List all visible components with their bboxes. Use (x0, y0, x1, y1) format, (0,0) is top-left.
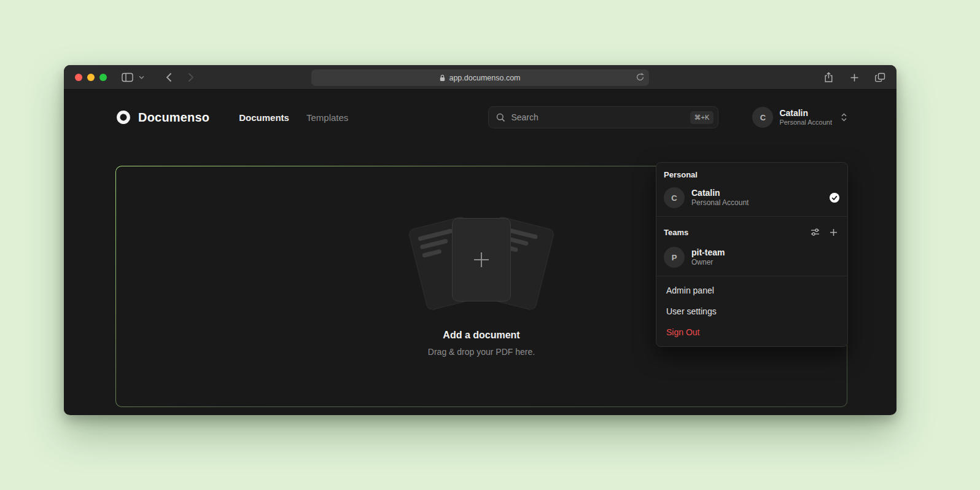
app-header: Documenso Documents Templates Search ⌘+K (64, 90, 896, 145)
plus-icon (830, 228, 838, 236)
tab-overview-button[interactable] (873, 71, 887, 84)
account-type: Personal Account (779, 119, 832, 126)
share-icon (824, 72, 833, 83)
avatar-initial: C (760, 113, 766, 122)
zoom-window-button[interactable] (99, 74, 107, 81)
back-button[interactable] (162, 71, 176, 84)
close-window-button[interactable] (75, 74, 82, 81)
browser-window: app.documenso.com (64, 65, 896, 415)
avatar: C (752, 107, 773, 128)
team-name: pit-team (691, 247, 725, 259)
forward-button[interactable] (184, 71, 198, 84)
documents-illustration (411, 217, 552, 310)
sidebar-menu-chevron[interactable] (138, 71, 145, 84)
personal-account-texts: Catalin Personal Account (691, 188, 749, 208)
search-shortcut-badge: ⌘+K (690, 111, 714, 124)
team-account-texts: pit-team Owner (691, 247, 725, 268)
browser-toolbar: app.documenso.com (64, 65, 896, 90)
personal-account-name: Catalin (691, 188, 749, 199)
nav-item-templates[interactable]: Templates (306, 112, 348, 123)
account-menu-trigger[interactable]: C Catalin Personal Account (752, 107, 847, 128)
reload-icon (636, 72, 645, 82)
back-icon (166, 72, 172, 82)
toolbar-left-controls (120, 71, 198, 84)
brand-logo[interactable]: Documenso (115, 109, 209, 125)
illustration-card-center (452, 218, 511, 301)
sidebar-icon (122, 72, 133, 82)
personal-account-type: Personal Account (691, 198, 749, 208)
traffic-lights (75, 74, 107, 81)
toolbar-right-controls (822, 65, 887, 90)
manage-teams-button[interactable] (808, 225, 822, 239)
nav-item-documents[interactable]: Documents (239, 112, 289, 123)
sidebar-toggle-button[interactable] (120, 71, 134, 84)
avatar-initial: P (672, 253, 677, 262)
menu-item-personal-account[interactable]: C Catalin Personal Account (656, 183, 847, 212)
forward-icon (188, 72, 194, 82)
avatar: P (664, 247, 685, 268)
personal-section-label: Personal (656, 165, 847, 183)
tabs-icon (875, 72, 885, 82)
documenso-app: Documenso Documents Templates Search ⌘+K (64, 90, 896, 414)
account-name: Catalin (779, 108, 832, 119)
main-nav: Documents Templates (239, 112, 348, 123)
brand-name: Documenso (138, 111, 209, 125)
avatar-initial: C (671, 193, 677, 203)
menu-divider (656, 216, 847, 217)
check-icon (829, 192, 840, 203)
account-menu: Personal C Catalin Personal Account (656, 162, 848, 347)
new-tab-button[interactable] (847, 71, 861, 84)
reload-button[interactable] (636, 72, 645, 84)
desktop-background: app.documenso.com (0, 0, 980, 490)
team-role: Owner (691, 258, 725, 267)
teams-section-label: Teams (664, 228, 803, 237)
menu-divider (656, 276, 847, 276)
card-line (422, 249, 442, 258)
documenso-logo-icon (115, 109, 131, 125)
teams-section-header: Teams (656, 220, 847, 243)
menu-item-team-account[interactable]: P pit-team Owner (656, 243, 847, 272)
dropzone-subtitle: Drag & drop your PDF here. (428, 347, 535, 357)
plus-icon (471, 249, 492, 270)
create-team-button[interactable] (826, 225, 840, 239)
search-icon (496, 113, 505, 122)
url-text: app.documenso.com (449, 74, 520, 82)
share-button[interactable] (822, 71, 835, 84)
search-input[interactable]: Search ⌘+K (488, 106, 718, 128)
menu-item-user-settings[interactable]: User settings (656, 301, 847, 322)
minimize-window-button[interactable] (87, 74, 95, 81)
lock-icon (440, 74, 445, 82)
dropzone-title: Add a document (443, 330, 519, 341)
card-line (418, 228, 453, 241)
sliders-icon (811, 228, 820, 236)
menu-item-sign-out[interactable]: Sign Out (656, 322, 847, 343)
account-texts: Catalin Personal Account (779, 108, 832, 126)
search-placeholder: Search (511, 112, 684, 122)
chevron-down-icon (139, 76, 144, 79)
menu-item-admin-panel[interactable]: Admin panel (656, 280, 847, 301)
avatar: C (664, 187, 685, 208)
address-bar[interactable]: app.documenso.com (311, 69, 649, 86)
chevron-updown-icon (841, 112, 847, 122)
plus-icon (850, 73, 859, 82)
